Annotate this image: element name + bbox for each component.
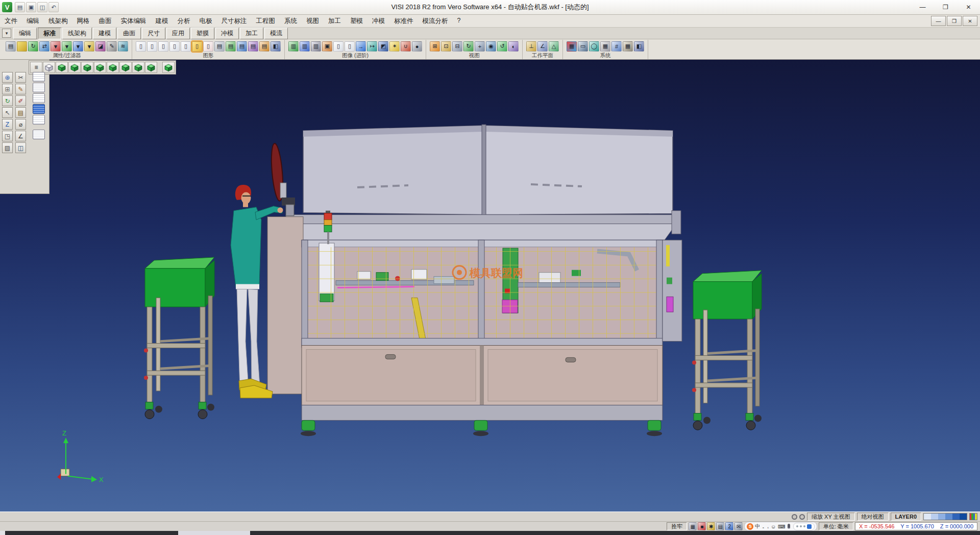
visibility-eye-icon[interactable]: ◉ — [486, 41, 496, 52]
db-surfaces-icon[interactable] — [33, 93, 45, 103]
display-settings-icon[interactable]: ▭ — [578, 41, 588, 52]
viewport[interactable]: 模具联盟网 Z X ≡ ⊕✂⊞✎↻✐↖▤Z⌀◳∠▨◫ — [0, 60, 980, 512]
shade-mode-icon[interactable]: ◐ — [508, 41, 519, 52]
tab-3[interactable]: 线架构 — [62, 28, 92, 39]
absolute-view-indicator[interactable]: 绝对视图 — [857, 513, 889, 521]
line-style-icon[interactable]: ▯ — [136, 41, 146, 52]
undo-icon[interactable]: ↶ — [48, 2, 59, 12]
pen-attributes-icon[interactable]: ✎ — [107, 41, 117, 52]
refresh-attributes-icon[interactable]: ↻ — [28, 41, 38, 52]
measure-diameter-icon[interactable]: ⌀ — [15, 119, 26, 130]
window-minimize-button[interactable]: — — [911, 1, 934, 14]
workplane-normal-icon[interactable]: △ — [549, 41, 559, 52]
material-cyl-icon[interactable]: ▯ — [345, 41, 355, 52]
settings-gear-icon[interactable]: ✱ — [707, 522, 715, 530]
view-menu-icon[interactable]: ≡ — [30, 62, 42, 73]
workplane-3pt-icon[interactable]: ∠ — [537, 41, 548, 52]
db-points-icon[interactable] — [33, 72, 45, 82]
arrow-assign-icon[interactable]: ↦ — [367, 41, 377, 52]
tab-overflow-button[interactable]: ▾ — [2, 29, 11, 38]
hatch-icon[interactable]: ▨ — [2, 142, 13, 153]
sphere-render-icon[interactable]: ● — [412, 41, 422, 52]
photo-icon[interactable]: ▣ — [322, 41, 332, 52]
message-icon[interactable]: ✉ — [734, 522, 743, 530]
entity-layer-icon[interactable]: ▯ — [181, 41, 191, 52]
menu-item-16[interactable]: 冲模 — [368, 15, 389, 27]
view-mode-indicator[interactable]: 缩放 XY 主视图 — [807, 513, 855, 521]
iso-view-icon[interactable] — [56, 62, 68, 73]
menu-item-11[interactable]: 工程图 — [252, 15, 280, 27]
measure-angle-icon[interactable]: ∠ — [15, 131, 26, 141]
film-strip-icon[interactable]: ▥ — [311, 41, 321, 52]
arrow-next-icon[interactable]: → — [356, 41, 366, 52]
laminating-machine-model[interactable] — [267, 125, 682, 436]
db-curves-icon[interactable] — [33, 83, 45, 92]
save-file-icon[interactable]: ◫ — [37, 2, 47, 12]
cube-view-icon[interactable]: ◩ — [378, 41, 388, 52]
sogou-icon[interactable]: S — [747, 523, 753, 530]
back-view-icon[interactable] — [81, 62, 93, 73]
ime-skin-icon[interactable] — [807, 524, 812, 529]
menu-item-3[interactable]: 线架构 — [44, 15, 72, 27]
counter-icon[interactable]: 2 — [725, 522, 733, 530]
right-view-icon[interactable] — [107, 62, 119, 73]
shade-toggle-icon[interactable]: ◧ — [271, 41, 281, 52]
ime-mic-button[interactable] — [787, 524, 791, 529]
move-icon[interactable]: ↖ — [2, 107, 13, 118]
taskbar-app-fragment[interactable] — [178, 531, 250, 535]
calculator-icon[interactable]: ▦ — [623, 41, 633, 52]
style-marker-icon[interactable]: ▯ — [203, 41, 213, 52]
palette-swatch-6[interactable] — [960, 514, 967, 520]
erase-attributes-icon[interactable]: ◪ — [95, 41, 106, 52]
iso-box-icon[interactable]: ◧ — [634, 41, 644, 52]
menu-item-9[interactable]: 电极 — [195, 15, 217, 27]
match-properties-icon[interactable]: ≋ — [118, 41, 128, 52]
db-green-icon[interactable]: ▤ — [226, 41, 236, 52]
display-grid-icon[interactable]: ▦ — [689, 522, 697, 530]
refresh-view-icon[interactable]: ↺ — [497, 41, 507, 52]
dynamic-rotate-icon[interactable] — [162, 62, 175, 73]
filter-blue-icon[interactable]: ▼ — [73, 41, 83, 52]
db-orange-icon[interactable]: ▤ — [259, 41, 270, 52]
axonometric-view-icon[interactable] — [145, 62, 157, 73]
db-clipboard-icon[interactable] — [33, 130, 45, 139]
color-table-icon[interactable] — [969, 513, 977, 520]
left-view-icon[interactable] — [94, 62, 106, 73]
menu-item-10[interactable]: 尺寸标注 — [217, 15, 252, 27]
color-table-icon[interactable]: ▦ — [567, 41, 577, 52]
db-meshes-icon[interactable] — [33, 115, 45, 125]
menu-item-6[interactable]: 实体编辑 — [116, 15, 151, 27]
ime-keyboard-button[interactable]: ⌨ — [777, 524, 786, 529]
trim-icon[interactable]: ✂ — [15, 72, 26, 83]
print-icon[interactable]: ▤ — [6, 41, 16, 52]
tab-11[interactable]: 模流 — [264, 28, 288, 39]
workplane-xyz-icon[interactable]: ⊥ — [526, 41, 536, 52]
db-all-icon[interactable]: ▤ — [214, 41, 225, 52]
document-minimize-button[interactable]: — — [931, 16, 946, 26]
filter-green-icon[interactable]: ▼ — [62, 41, 72, 52]
ime-punct-toggle[interactable]: 。, — [762, 523, 769, 530]
options-icon[interactable]: ▦ — [600, 41, 610, 52]
light-source-icon[interactable]: ✶ — [389, 41, 400, 52]
palette-swatch-4[interactable] — [945, 514, 952, 520]
bounding-box-icon[interactable]: ◳ — [2, 131, 13, 141]
solid-red-icon[interactable]: ■ — [698, 522, 706, 530]
palette-swatch-5[interactable] — [952, 514, 960, 520]
db-purple-icon[interactable]: ▤ — [248, 41, 258, 52]
front-view-icon[interactable] — [68, 62, 81, 73]
zoom-fit-icon[interactable]: ⊞ — [430, 41, 440, 52]
taskbar-start-fragment[interactable] — [0, 531, 5, 535]
z-level-icon[interactable]: Z — [2, 119, 13, 130]
rotate-view-icon[interactable]: ↻ — [463, 41, 474, 52]
menu-item-14[interactable]: 加工 — [324, 15, 346, 27]
tab-7[interactable]: 应用 — [166, 28, 190, 39]
left-cart[interactable] — [144, 257, 214, 419]
ime-emoji-button[interactable]: ☺ — [770, 524, 776, 529]
render-blue-icon[interactable]: ▥ — [300, 41, 310, 52]
bottom-view-icon[interactable] — [132, 62, 144, 73]
save-part-icon[interactable]: ◫ — [15, 142, 26, 153]
current-style-icon[interactable]: ▯ — [192, 41, 202, 52]
world-globe-icon[interactable]: ◯ — [589, 41, 599, 52]
line-width-icon[interactable]: ▯ — [147, 41, 157, 52]
menu-item-12[interactable]: 系统 — [280, 15, 302, 27]
